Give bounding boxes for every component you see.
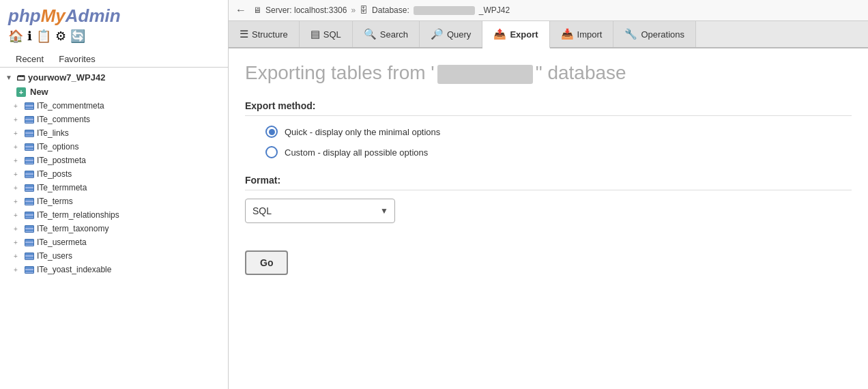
tab-export[interactable]: 📤Export: [482, 21, 549, 48]
database-label: Database:: [372, 5, 409, 15]
table-item[interactable]: + ITe_termmeta: [0, 181, 228, 194]
server-breadcrumb-icon: 🖥: [253, 5, 261, 15]
search-tab-icon: 🔍: [364, 28, 377, 40]
db-name-suffix: _WPJ42: [479, 5, 510, 15]
logo-my: My: [41, 5, 66, 26]
refresh-icon[interactable]: 🔄: [70, 29, 85, 44]
logo-icon-bar: 🏠 ℹ 📋 ⚙ 🔄: [8, 29, 220, 44]
new-item-label: New: [30, 87, 48, 97]
custom-radio[interactable]: [265, 146, 278, 158]
table-item[interactable]: + ITe_term_taxonomy: [0, 222, 228, 235]
info-icon[interactable]: ℹ: [27, 29, 32, 44]
tab-structure[interactable]: ☰Structure: [229, 21, 300, 47]
operations-tab-label: Operations: [641, 29, 684, 40]
table-icon: [24, 264, 35, 275]
export-tab-icon: 📤: [493, 28, 506, 40]
quick-label: Quick - display only the minimal options: [285, 127, 440, 137]
db-root-label: yourwow7_WPJ42: [28, 72, 105, 83]
table-icon: [24, 223, 35, 234]
search-tab-label: Search: [380, 29, 408, 40]
page-title-db-blur: [437, 65, 533, 84]
sql-tab-icon: ▤: [310, 28, 320, 40]
export-tab-label: Export: [510, 29, 538, 40]
recent-tab[interactable]: Recent: [8, 51, 51, 67]
table-icon: [24, 210, 35, 220]
table-icon: [24, 128, 35, 139]
server-text: Server: localhost:3306: [265, 5, 347, 15]
format-select-container: SQLCSVCSV for MS ExcelJSONXML ▼: [245, 199, 395, 223]
format-section: Format: SQLCSVCSV for MS ExcelJSONXML ▼: [245, 175, 852, 223]
breadcrumb-bar: ← 🖥 Server: localhost:3306 » 🗄 Database:…: [229, 0, 868, 21]
db-icon: 🗃: [16, 72, 25, 83]
table-item[interactable]: + ITe_terms: [0, 194, 228, 208]
table-name: ITe_usermeta: [37, 237, 87, 247]
new-item[interactable]: + New: [0, 85, 228, 99]
back-button[interactable]: ←: [235, 4, 246, 16]
table-expand-icon: +: [14, 266, 22, 274]
db-expand-icon: ▼: [5, 74, 14, 81]
sql-tab-label: SQL: [323, 29, 341, 40]
nav-tabs: Recent Favorites: [0, 48, 228, 68]
table-item[interactable]: + ITe_comments: [0, 113, 228, 126]
table-name: ITe_term_relationships: [37, 210, 119, 220]
table-item[interactable]: + ITe_options: [0, 140, 228, 154]
page-title-prefix: Exporting tables from ': [245, 62, 435, 83]
table-icon: [24, 155, 35, 166]
quick-option[interactable]: Quick - display only the minimal options: [265, 126, 852, 138]
tab-query[interactable]: 🔎Query: [420, 21, 482, 47]
table-expand-icon: +: [14, 116, 22, 124]
page-title-suffix: " database: [536, 62, 626, 83]
table-item[interactable]: + ITe_term_relationships: [0, 208, 228, 222]
go-button[interactable]: Go: [245, 250, 288, 275]
query-tab-icon: 🔎: [431, 28, 444, 40]
table-icon: [24, 250, 35, 261]
quick-radio[interactable]: [265, 126, 278, 138]
format-select[interactable]: SQLCSVCSV for MS ExcelJSONXML: [245, 199, 395, 223]
table-item[interactable]: + ITe_links: [0, 126, 228, 140]
structure-tab-label: Structure: [252, 29, 288, 40]
table-name: ITe_options: [37, 142, 78, 152]
import-tab-icon: 📥: [561, 28, 574, 40]
table-name: ITe_termmeta: [37, 183, 87, 192]
table-item[interactable]: + ITe_yoast_indexable: [0, 263, 228, 276]
custom-option[interactable]: Custom - display all possible options: [265, 146, 852, 158]
tab-operations[interactable]: 🔧Operations: [613, 21, 696, 47]
db-name-blurred: [414, 6, 475, 15]
table-name: ITe_commentmeta: [37, 101, 104, 111]
favorites-tab[interactable]: Favorites: [51, 51, 102, 67]
table-list: + ITe_commentmeta + ITe_comments + ITe_l…: [0, 99, 228, 276]
database-breadcrumb-icon: 🗄: [360, 5, 368, 15]
settings-icon[interactable]: ⚙: [55, 29, 66, 44]
table-expand-icon: +: [14, 130, 22, 137]
main-panel: ← 🖥 Server: localhost:3306 » 🗄 Database:…: [229, 0, 868, 389]
table-item[interactable]: + ITe_postmeta: [0, 154, 228, 167]
operations-tab-icon: 🔧: [624, 28, 637, 40]
table-icon: [24, 169, 35, 179]
logo-area: phpMyAdmin 🏠 ℹ 📋 ⚙ 🔄: [0, 0, 228, 48]
table-item[interactable]: + ITe_users: [0, 249, 228, 263]
structure-tab-icon: ☰: [240, 28, 248, 40]
format-header: Format:: [245, 175, 852, 190]
db-root-item[interactable]: ▼ 🗃 yourwow7_WPJ42: [0, 70, 228, 85]
copy-icon[interactable]: 📋: [36, 29, 51, 44]
table-expand-icon: +: [14, 225, 22, 233]
export-method-header: Export method:: [245, 100, 852, 116]
table-expand-icon: +: [14, 143, 22, 151]
table-item[interactable]: + ITe_posts: [0, 167, 228, 181]
table-name: ITe_postmeta: [37, 156, 86, 165]
home-icon[interactable]: 🏠: [8, 29, 23, 44]
import-tab-label: Import: [577, 29, 603, 40]
table-expand-icon: +: [14, 157, 22, 164]
tab-import[interactable]: 📥Import: [550, 21, 614, 47]
table-expand-icon: +: [14, 102, 22, 110]
table-name: ITe_posts: [37, 169, 72, 179]
table-item[interactable]: + ITe_usermeta: [0, 235, 228, 249]
tab-sql[interactable]: ▤SQL: [300, 21, 353, 47]
page-title: Exporting tables from '" database: [245, 62, 852, 84]
table-name: ITe_links: [37, 128, 69, 138]
export-method-group: Quick - display only the minimal options…: [265, 126, 852, 158]
tab-search[interactable]: 🔍Search: [353, 21, 420, 47]
table-item[interactable]: + ITe_commentmeta: [0, 99, 228, 113]
new-item-icon: +: [16, 87, 26, 97]
table-name: ITe_yoast_indexable: [37, 265, 111, 274]
